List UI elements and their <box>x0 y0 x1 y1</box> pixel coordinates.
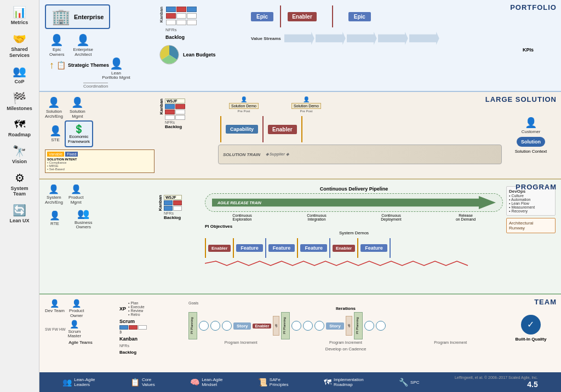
team-section: TEAM 👤 Dev Team 👤 Product Owner <box>39 295 561 372</box>
solution-train: SOLUTION TRAIN ◆ Supplier ◆ <box>218 145 502 164</box>
built-in-quality-box: ✓ Built-In Quality <box>516 315 547 342</box>
supplier-label: Supplier <box>270 152 285 156</box>
roadmap-icon: 🗺 <box>14 118 25 131</box>
story-box-1: Story <box>233 322 251 330</box>
release-on-demand: Release on Demand <box>449 214 482 221</box>
economic-framework-box: 💲 Economic Framework <box>65 120 93 147</box>
system-arch-eng-label: System Arch/Eng <box>45 195 63 205</box>
safe-principles-label: SAFe Principles <box>270 377 289 387</box>
nfrs-label-ls: NFRs <box>165 120 185 124</box>
scrum-master-figure: 👤 Scrum Master <box>68 320 81 339</box>
cop-icon: 👥 <box>13 65 26 78</box>
product-owner-label: Product Owner <box>69 309 84 319</box>
iter-circle-2 <box>210 321 220 331</box>
list-icon: 📋 <box>56 61 66 70</box>
ste-figure: 👤 STE <box>49 125 61 143</box>
backlog-label-team: Backlog <box>119 350 185 355</box>
kanban-label: Kanban <box>159 7 164 22</box>
set-based-label: • Set-Based <box>47 168 152 171</box>
sidebar-item-system-team[interactable]: ⚙ System Team <box>0 168 39 201</box>
product-mgmt-label: Product Mgmt <box>68 195 84 205</box>
xp-review: • Review <box>128 309 145 313</box>
sidebar: 📊 Metrics 🤝 Shared Services 👥 CoP 🏁 Mile… <box>0 0 39 392</box>
sidebar-item-cop[interactable]: 👥 CoP <box>0 61 39 88</box>
enterprise-architect-figure: 👤 Enterprise Architect <box>73 33 93 57</box>
sidebar-item-milestones[interactable]: 🏁 Milestones <box>0 88 39 115</box>
business-owners-figure: 👥 Business Owners <box>75 207 92 230</box>
shared-services-icon: 🤝 <box>13 32 26 45</box>
variable-label: Variable <box>47 152 64 157</box>
art-label: AGILE RELEASE TRAIN <box>217 201 261 205</box>
footer-item-impl-roadmap[interactable]: 🗺 Implementation Roadmap <box>324 377 364 387</box>
agile-teams-label: Agile Teams <box>45 340 116 345</box>
iter-circle-7 <box>364 321 374 331</box>
main-container: 📊 Metrics 🤝 Shared Services 👥 CoP 🏁 Mile… <box>0 0 561 392</box>
rte-figure: 👤 RTE <box>49 210 60 227</box>
feature-box-3: Feature <box>300 244 327 252</box>
solution-demo-2: 👤 Solution Demo Pre Post <box>291 96 321 113</box>
safe-principles-icon: 📜 <box>258 378 267 387</box>
solution-mgmt-label: Solution Mgmt <box>70 109 85 119</box>
customer-figure: 👤 Customer <box>522 117 541 135</box>
portfolio-title: PORTFOLIO <box>510 3 557 11</box>
program-increment-label-3: Program Increment <box>434 341 467 344</box>
kanban-label-team: Kanban <box>119 336 185 342</box>
lean-agile-leaders-label: Lean-Agile Leaders <box>74 377 95 387</box>
pi-planning-3: PI Planning <box>354 312 363 339</box>
program-increment-label-1: Program Increment <box>225 341 257 344</box>
cdp-container: AGILE RELEASE TRAIN <box>205 193 503 212</box>
system-team-label: System Team <box>10 186 28 198</box>
spc-icon: 🔧 <box>399 378 408 387</box>
xp-label: XP <box>119 306 126 312</box>
kanban-label-prog: Kanban <box>158 195 163 211</box>
story-box-2: Story <box>326 322 344 330</box>
sidebar-item-vision[interactable]: 🔭 Vision <box>0 141 39 168</box>
vision-label: Vision <box>12 159 27 165</box>
inspect-adapt-wave <box>205 260 503 267</box>
arrow-up-icon: ↑ <box>49 60 54 71</box>
enabler-box-prog-2: Enabler <box>333 245 355 252</box>
program-title: PROGRAM <box>516 183 557 191</box>
devops-recovery: • Recovery <box>509 209 553 213</box>
backlog-label-prog: Backlog <box>164 215 182 220</box>
value-streams-container: Value Streams <box>251 32 556 45</box>
sidebar-item-shared-services[interactable]: 🤝 Shared Services <box>0 29 39 62</box>
milestones-icon: 🏁 <box>13 91 26 105</box>
copyright-label: Leffingwell, et al. © 2008–2017 Scaled A… <box>455 376 538 379</box>
sidebar-item-metrics[interactable]: 📊 Metrics <box>0 2 39 29</box>
footer-item-spc[interactable]: 🔧 SPC <box>399 378 419 387</box>
iter-circle-5 <box>303 321 313 331</box>
vs-arrow-5 <box>409 32 439 45</box>
roadmap-label: Roadmap <box>8 132 31 138</box>
nfrs-label-prog: NFRs <box>164 211 182 215</box>
large-solution-section: LARGE SOLUTION 👤 Solution Arch/Eng 👤 Sol… <box>39 92 561 180</box>
iter-circle-8 <box>376 321 386 331</box>
core-values-label: Core Values <box>142 377 155 387</box>
sidebar-item-roadmap[interactable]: 🗺 Roadmap <box>0 115 39 141</box>
develop-on-cadence-label: Develop on Cadence <box>188 347 503 351</box>
enabler-box-portfolio: Enabler <box>288 12 317 21</box>
devops-measurement: • Measurement <box>509 205 553 209</box>
impl-roadmap-icon: 🗺 <box>324 378 331 387</box>
content-area: PORTFOLIO 🏢 Enterprise 👤 Epic Owners <box>39 0 561 392</box>
nfrs-label-team: NFRs <box>119 344 185 348</box>
biq-icon: ✓ <box>521 315 541 335</box>
enterprise-label: Enterprise <box>74 14 104 20</box>
epic-box-2: Epic <box>348 12 371 21</box>
lean-portfolio-mgmt-figure: 👤 Lean Portfolio Mgmt <box>78 57 154 81</box>
footer-item-lean-agile-mindset[interactable]: 🧠 Lean-Agile Mindset <box>190 377 222 387</box>
solution-button: Solution <box>517 137 545 147</box>
built-in-quality-label: Built-In Quality <box>516 337 547 342</box>
dev-team-figure: 👤 Dev Team <box>45 299 65 319</box>
core-values-icon: 📋 <box>130 378 140 387</box>
footer-item-safe-principles[interactable]: 📜 SAFe Principles <box>258 377 289 387</box>
cont-integration: Continuous Integration <box>300 214 333 221</box>
portfolio-section: PORTFOLIO 🏢 Enterprise 👤 Epic Owners <box>39 0 561 92</box>
iter-circle-1 <box>199 321 209 331</box>
footer-item-lean-agile-leaders[interactable]: 👥 Lean-Agile Leaders <box>62 377 95 387</box>
pi-objectives-label: PI Objectives <box>205 224 503 229</box>
sidebar-item-lean-ux[interactable]: 🔄 Lean UX <box>0 200 39 227</box>
footer-bar: 👥 Lean-Agile Leaders 📋 Core Values 🧠 Lea… <box>39 372 561 392</box>
footer-item-core-values[interactable]: 📋 Core Values <box>130 377 155 387</box>
value-streams-label: Value Streams <box>251 36 281 41</box>
